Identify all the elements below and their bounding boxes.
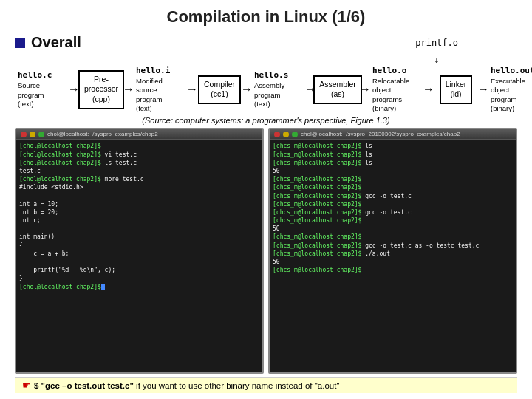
terminal-left[interactable]: chol@localhost:~/syspro_examples/chap2 [… bbox=[15, 128, 264, 374]
note-bold-text: $ "gcc –o test.out test.c" bbox=[34, 381, 134, 390]
page: Compilation in Linux (1/6) Overall print… bbox=[0, 0, 532, 399]
preprocessor-block: Pre-processor(cpp) bbox=[81, 70, 121, 109]
terminal-right-content: [chcs_m@localhost chap2]$ ls [chcs_m@loc… bbox=[270, 140, 516, 372]
hello-o-block: hello.o Relocatableobjectprograms(binary… bbox=[372, 66, 415, 113]
hello-out-desc: Executableobjectprogram(binary) bbox=[491, 77, 525, 113]
source-citation: (Source: computer systems: a programmer'… bbox=[15, 116, 517, 125]
terminal-right[interactable]: chol@localhost:~/syspro_20130302/syspro_… bbox=[268, 128, 517, 374]
assembler-box: Assembler(as) bbox=[313, 75, 362, 104]
max-btn-right[interactable] bbox=[292, 132, 298, 137]
close-btn-right[interactable] bbox=[274, 132, 280, 137]
hello-s-block: hello.s Assemblyprogram(text) bbox=[254, 70, 297, 109]
compiler-box: Compiler(cc1) bbox=[198, 75, 241, 104]
hello-s-desc: Assemblyprogram(text) bbox=[254, 81, 284, 109]
arrow-8: → bbox=[477, 83, 489, 96]
hello-o-desc: Relocatableobjectprograms(binary) bbox=[372, 77, 409, 113]
hello-s-name: hello.s bbox=[254, 70, 288, 80]
note-bullet: ☛ bbox=[22, 380, 31, 391]
close-btn-left[interactable] bbox=[21, 132, 27, 137]
terminal-right-title: chol@localhost:~/syspro_20130302/syspro_… bbox=[301, 131, 460, 137]
terminal-left-title: chol@localhost:~/syspro_examples/chap2 bbox=[47, 131, 158, 137]
note-rest-text: if you want to use other binary name ins… bbox=[136, 381, 339, 390]
printf-label: printf.o bbox=[415, 38, 517, 48]
preprocessor-box: Pre-processor(cpp) bbox=[78, 70, 124, 109]
overall-bullet bbox=[15, 38, 25, 48]
hello-o-name: hello.o bbox=[372, 66, 406, 75]
source-filename: hello.c bbox=[18, 70, 52, 80]
bottom-note: ☛ $ "gcc –o test.out test.c" if you want… bbox=[15, 377, 517, 393]
source-file: hello.c Sourceprogram(text) bbox=[18, 70, 61, 109]
linker-block: Linker(ld) bbox=[436, 75, 476, 104]
arrow-2: → bbox=[123, 83, 134, 96]
terminal-right-titlebar: chol@localhost:~/syspro_20130302/syspro_… bbox=[270, 129, 516, 140]
terminal-left-titlebar: chol@localhost:~/syspro_examples/chap2 bbox=[16, 129, 262, 140]
page-title: Compilation in Linux (1/6) bbox=[15, 7, 517, 27]
hello-out-name: hello.out bbox=[491, 66, 532, 75]
diagram-area: ↓ hello.c Sourceprogram(text) → Pre-proc… bbox=[15, 55, 517, 113]
max-btn-left[interactable] bbox=[38, 132, 44, 137]
screenshots-row: chol@localhost:~/syspro_examples/chap2 [… bbox=[15, 128, 517, 374]
hello-i-name: hello.i bbox=[136, 66, 170, 75]
arrow-3: → bbox=[186, 83, 198, 96]
source-desc: Sourceprogram(text) bbox=[18, 81, 44, 109]
linker-box: Linker(ld) bbox=[440, 75, 473, 104]
min-btn-left[interactable] bbox=[30, 132, 35, 137]
arrow-6: → bbox=[359, 83, 371, 96]
overall-row: Overall printf.o bbox=[15, 34, 517, 51]
compiler-block: Compiler(cc1) bbox=[200, 75, 239, 104]
terminal-left-content: [chol@localhost chap2]$ [chol@localhost … bbox=[16, 140, 262, 372]
hello-out-block: hello.out Executableobjectprogram(binary… bbox=[491, 66, 532, 113]
diagram-row: hello.c Sourceprogram(text) → Pre-proces… bbox=[15, 66, 517, 113]
printf-pointer-line: ↓ bbox=[15, 55, 517, 65]
assembler-block: Assembler(as) bbox=[318, 75, 358, 104]
arrow-7: → bbox=[423, 83, 434, 96]
note-text: $ "gcc –o test.out test.c" if you want t… bbox=[34, 381, 339, 390]
min-btn-right[interactable] bbox=[283, 132, 289, 137]
hello-i-desc: Modifiedsourceprogram(text) bbox=[136, 77, 163, 113]
arrow-4: → bbox=[241, 83, 253, 96]
overall-label: Overall bbox=[31, 34, 81, 51]
hello-i-block: hello.i Modifiedsourceprogram(text) bbox=[136, 66, 179, 113]
